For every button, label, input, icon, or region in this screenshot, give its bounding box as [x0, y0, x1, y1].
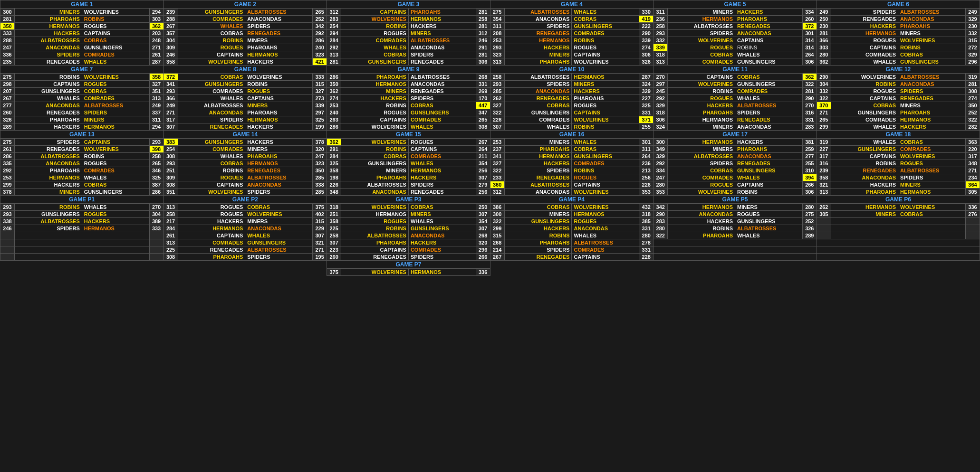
game11-header: GAME 11 [653, 66, 817, 74]
score: 309 [163, 44, 178, 51]
team: ANACONDAS [504, 16, 572, 23]
team: GUNSLINGERS [735, 167, 803, 174]
team: GUNSLINGERS [898, 58, 966, 66]
team: ROBINS [572, 37, 639, 44]
score: 297 [313, 109, 327, 116]
game15-header: GAME 15 [327, 131, 490, 139]
score: 381 [802, 139, 817, 146]
team [15, 232, 82, 239]
team: ALBATROSSES [668, 23, 735, 30]
team: WOLVERINES [668, 37, 735, 44]
score: 264 [802, 51, 817, 58]
score: 322 [802, 81, 817, 88]
team: PHAROAHS [831, 189, 898, 196]
score: 346 [149, 167, 163, 174]
score [0, 246, 15, 254]
team: WOLVERINES [831, 74, 898, 81]
team: ALBATROSSES [245, 9, 313, 16]
team: HERMANOS [408, 16, 476, 23]
team: SPIDERS [668, 30, 735, 37]
empty-cell [817, 261, 980, 269]
score: 286 [0, 153, 15, 160]
team: ALBATROSSES [341, 181, 409, 189]
score: 286 [327, 123, 341, 131]
score-highlight: 358 [149, 74, 163, 81]
score: 313 [653, 58, 668, 66]
team: COMRADES [82, 95, 149, 102]
score-highlight: 360 [490, 181, 504, 189]
team: SPIDERS [245, 189, 313, 196]
score: 307 [313, 232, 327, 239]
score: 256 [639, 174, 653, 181]
team: RENEGADES [245, 167, 313, 174]
team: ROGUES [831, 37, 898, 44]
team: WHALES [572, 232, 639, 239]
team: MINERS [245, 146, 313, 153]
team: COMRADES [504, 116, 572, 123]
score-highlight: 339 [653, 44, 668, 51]
team: COMRADES [735, 88, 803, 95]
team: ROGUES [668, 95, 735, 102]
score: 321 [817, 181, 831, 189]
team: SPIDERS [898, 88, 966, 95]
score: 223 [327, 246, 341, 254]
score: 261 [149, 51, 163, 58]
team: GUNSLINGERS [504, 218, 572, 225]
score: 402 [313, 211, 327, 218]
team: CAPTAINS [831, 153, 898, 160]
score: 289 [0, 123, 15, 131]
team: WHALES [82, 204, 149, 211]
team: GUNSLINGERS [82, 44, 149, 51]
score: 288 [0, 37, 15, 44]
score: 333 [313, 74, 327, 81]
team: HACKERS [831, 181, 898, 189]
team: RENEGADES [178, 123, 245, 131]
team [831, 218, 898, 225]
team: COMRADES [178, 88, 245, 95]
team: ANACONDAS [735, 30, 803, 37]
team: HACKERS [245, 139, 313, 146]
score: 252 [802, 218, 817, 225]
team: ALBATROSSES [504, 9, 572, 16]
team: WHALES [408, 123, 476, 131]
team: COBRAS [898, 139, 966, 146]
score: 290 [653, 211, 668, 218]
score: 362 [817, 58, 831, 66]
team: HACKERS [668, 218, 735, 225]
score-highlight: 372 [163, 74, 178, 81]
team: PHAROAHS [245, 153, 313, 160]
score: 290 [817, 74, 831, 81]
score: 284 [327, 37, 341, 44]
team: SPIDERS [668, 160, 735, 167]
team: RENEGADES [898, 95, 966, 102]
score: 247 [0, 44, 15, 51]
score: 252 [966, 109, 980, 116]
score-highlight: 371 [639, 116, 653, 123]
team: RENEGADES [341, 254, 409, 261]
score [149, 246, 163, 254]
team: PHAROAHS [668, 109, 735, 116]
score: 249 [817, 9, 831, 16]
score: 281 [0, 16, 15, 23]
team: WHALES [408, 218, 476, 225]
team: MINERS [572, 81, 639, 88]
score: 271 [966, 167, 980, 174]
score: 280 [653, 181, 668, 189]
score: 358 [163, 58, 178, 66]
team: WHALES [178, 95, 245, 102]
team: ALBATROSSES [504, 181, 572, 189]
team: WHALES [82, 174, 149, 181]
score: 309 [163, 174, 178, 181]
team: WOLVERINES [668, 189, 735, 196]
team: GUNSLINGERS [408, 109, 476, 116]
score: 331 [476, 81, 490, 88]
team: SPIDERS [504, 23, 572, 30]
team: WOLVERINES [82, 146, 149, 153]
score: 250 [476, 204, 490, 211]
empty [653, 246, 817, 254]
team: ROGUES [735, 211, 803, 218]
score: 268 [476, 232, 490, 239]
team: GUNSLINGERS [408, 225, 476, 232]
team: HACKERS [245, 123, 313, 131]
score: 315 [313, 218, 327, 225]
